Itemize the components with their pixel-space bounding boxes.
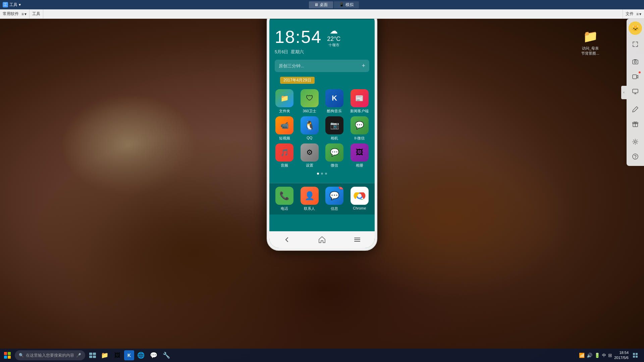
- phone-frame: G⬛ 4G⬛ 0.7K/s K ⊡ ··· 18:54 ⚙ 📶 46% 🔋 18…: [267, 9, 377, 251]
- nav-menu-btn[interactable]: [351, 235, 364, 245]
- phone-dock: 📞 电话 👤 联系人 💬 21 信息: [269, 183, 375, 215]
- side-divider-1: [630, 53, 641, 53]
- weather-city: 十堰市: [327, 43, 340, 48]
- app-folder-label: 文件夹: [279, 109, 290, 114]
- app-qq[interactable]: 🐧 QQ: [299, 116, 321, 141]
- app-logo[interactable]: 工 工具 ▾: [0, 2, 23, 8]
- toolbar-list-btn[interactable]: ≡ ▾: [21, 12, 26, 16]
- desktop-folder-icon[interactable]: 📁 访问_母亲节背景图...: [577, 28, 604, 56]
- svg-rect-4: [354, 241, 360, 242]
- side-monitor-btn[interactable]: [629, 85, 642, 98]
- side-screenshot-btn[interactable]: [629, 55, 642, 69]
- tab-desktop[interactable]: 🖥 桌面: [309, 1, 333, 8]
- app-grid-row2: 📹 短视频 🐧 QQ 📷 相机: [269, 116, 375, 143]
- phone-navbar: [269, 231, 375, 248]
- side-panel: ‹ 🐱: [627, 19, 644, 166]
- toolbar-file-list-btn[interactable]: ≡ ▾: [636, 12, 641, 16]
- app-shortvideo[interactable]: 📹 短视频: [273, 116, 296, 141]
- svg-rect-21: [633, 356, 635, 358]
- app-album-icon: 🖼: [351, 143, 369, 162]
- dock-sms-label: 信息: [331, 206, 338, 211]
- dock-contacts-icon: 👤: [301, 187, 319, 205]
- side-pen-btn[interactable]: [629, 103, 642, 116]
- page-dots: [269, 171, 375, 177]
- phone-clock-area: 18:54 ☁ 22°C 十堰市: [269, 19, 375, 48]
- dock-phone[interactable]: 📞 电话: [273, 187, 296, 211]
- system-tray: 📶 🔊 🔋 中 ⊞ 18:54 2017/5/6: [576, 350, 643, 361]
- side-record-btn[interactable]: [629, 70, 642, 83]
- taskbar-explorer[interactable]: 📁: [99, 349, 111, 361]
- svg-rect-15: [89, 353, 92, 355]
- pinned-apps: 📁 🖼 K 🌐 💬 🔧: [99, 349, 172, 361]
- side-divider-2: [630, 100, 641, 101]
- weather-widget: ☁ 22°C 十堰市: [327, 26, 340, 48]
- app-qq-label: QQ: [307, 136, 312, 140]
- app-audio[interactable]: 🎵 音频: [273, 143, 296, 168]
- dock-sms[interactable]: 💬 21 信息: [323, 187, 346, 211]
- side-settings-btn[interactable]: [629, 135, 642, 148]
- taskbar-search[interactable]: 🔍 在这里输入您要搜索的内容 🎤: [15, 350, 85, 360]
- task-view-btn[interactable]: [87, 349, 99, 361]
- svg-rect-20: [636, 353, 638, 355]
- side-avatar[interactable]: 🐱: [629, 21, 642, 35]
- notification-btn[interactable]: [631, 351, 640, 360]
- battery-tray-icon[interactable]: 🔋: [594, 353, 600, 358]
- app-settings[interactable]: ⚙ 设置: [299, 143, 321, 168]
- app-360[interactable]: 🛡 360卫士: [299, 89, 321, 114]
- app-folder[interactable]: 📁 文件夹: [273, 89, 296, 114]
- app-settings-icon: ⚙: [301, 143, 319, 162]
- taskbar-tools[interactable]: 🔧: [160, 349, 172, 361]
- app-album[interactable]: 🖼 相册: [348, 143, 371, 168]
- side-gift-btn[interactable]: [629, 117, 642, 131]
- tab-desktop-label: 桌面: [320, 2, 328, 8]
- taskbar-globe[interactable]: 🌐: [135, 349, 147, 361]
- app-audio-label: 音频: [281, 163, 288, 168]
- weather-icon: ☁: [327, 26, 340, 36]
- app-camera-icon: 📷: [325, 116, 343, 134]
- logo-icon: 工: [3, 2, 8, 7]
- svg-rect-5: [633, 60, 638, 64]
- tab-simulate[interactable]: 📱 模拟: [334, 1, 359, 8]
- wifi-tray-icon[interactable]: 📶: [579, 353, 585, 358]
- mic-icon[interactable]: 🎤: [76, 353, 81, 358]
- win-logo-q4: [8, 356, 11, 359]
- nav-back-btn[interactable]: [280, 235, 293, 245]
- app-wechat-label: 微信: [331, 163, 338, 168]
- speaker-icon[interactable]: 🔊: [587, 353, 592, 358]
- svg-rect-18: [93, 356, 96, 358]
- win-logo-q3: [4, 356, 7, 359]
- app-news-icon: 📰: [351, 89, 369, 107]
- panel-collapse-btn[interactable]: ‹: [621, 86, 627, 99]
- app-wechat[interactable]: 💬 微信: [323, 143, 346, 168]
- dock-contacts[interactable]: 👤 联系人: [299, 187, 321, 211]
- avatar-emoji: 🐱: [631, 24, 640, 32]
- note-widget[interactable]: 原创三分钟... +: [275, 60, 369, 72]
- dot-2[interactable]: [321, 173, 323, 175]
- taskbar-photos[interactable]: 🖼: [111, 349, 123, 361]
- search-icon: 🔍: [19, 353, 24, 358]
- dot-3[interactable]: [325, 173, 327, 175]
- dot-1[interactable]: [317, 173, 319, 175]
- dock-contacts-label: 联系人: [304, 206, 315, 211]
- app-news[interactable]: 📰 新闻客户端: [348, 89, 371, 114]
- layout-icon[interactable]: ⊞: [608, 353, 612, 358]
- app-wechat-icon: 💬: [325, 143, 343, 162]
- phone-inner: G⬛ 4G⬛ 0.7K/s K ⊡ ··· 18:54 ⚙ 📶 46% 🔋 18…: [269, 12, 375, 248]
- svg-rect-9: [633, 89, 638, 93]
- start-button[interactable]: [1, 349, 13, 361]
- app-kudog[interactable]: K 酷狗音乐: [323, 89, 346, 114]
- phone-date: 5月6日 星期六: [269, 48, 375, 56]
- dock-chrome[interactable]: Chrome: [348, 187, 371, 211]
- note-add-icon[interactable]: +: [362, 62, 365, 69]
- ime-icon[interactable]: 中: [602, 353, 606, 358]
- side-help-btn[interactable]: [629, 150, 642, 163]
- taskbar-clock[interactable]: 18:54 2017/5/6: [614, 350, 629, 361]
- nav-home-btn[interactable]: [315, 235, 329, 245]
- app-folder-icon: 📁: [275, 89, 293, 107]
- side-expand-btn[interactable]: [629, 38, 642, 51]
- taskbar-wechat[interactable]: 💬: [148, 349, 160, 361]
- taskbar-ku[interactable]: K: [124, 350, 134, 360]
- app-camera[interactable]: 📷 相机: [323, 116, 346, 141]
- logo-dropdown[interactable]: ▾: [19, 2, 21, 7]
- app-wechat-mini[interactable]: 💬 II·微信: [348, 116, 371, 141]
